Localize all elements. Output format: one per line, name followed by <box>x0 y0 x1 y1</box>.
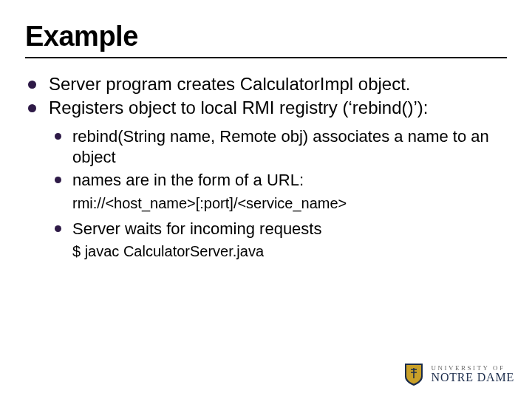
footer-text: UNIVERSITY OF NOTRE DAME <box>432 365 514 384</box>
bullet-text: names are in the form of a URL: <box>72 171 304 189</box>
slide-title: Example <box>25 21 507 52</box>
sub-detail: rmi://<host_name>[:port]/<service_name> <box>72 194 507 213</box>
bullet-item: Server program creates CalculatorImpl ob… <box>28 73 507 95</box>
bullet-list-sub: Server waits for incoming requests <box>25 219 507 239</box>
bullet-item: Registers object to local RMI registry (… <box>28 97 507 119</box>
title-divider <box>25 57 507 58</box>
bullet-text: Registers object to local RMI registry (… <box>49 98 428 117</box>
bullet-text: rebind(String name, Remote obj) associat… <box>72 127 489 166</box>
bullet-sub-item: Server waits for incoming requests <box>55 219 507 239</box>
bullet-sub-item: names are in the form of a URL: <box>55 170 507 191</box>
bullet-list-top: Server program creates CalculatorImpl ob… <box>25 73 507 119</box>
bullet-text: Server waits for incoming requests <box>72 219 321 238</box>
bullet-sub-item: rebind(String name, Remote obj) associat… <box>55 126 507 167</box>
slide: Example Server program creates Calculato… <box>0 0 532 399</box>
shield-icon <box>403 362 424 387</box>
bullet-list-sub: rebind(String name, Remote obj) associat… <box>25 126 507 191</box>
bullet-text: Server program creates CalculatorImpl ob… <box>49 74 411 94</box>
footer-logo-block: UNIVERSITY OF NOTRE DAME <box>403 362 514 387</box>
footer-name: NOTRE DAME <box>432 372 514 384</box>
sub-detail: $ javac CalculatorServer.java <box>72 242 507 261</box>
